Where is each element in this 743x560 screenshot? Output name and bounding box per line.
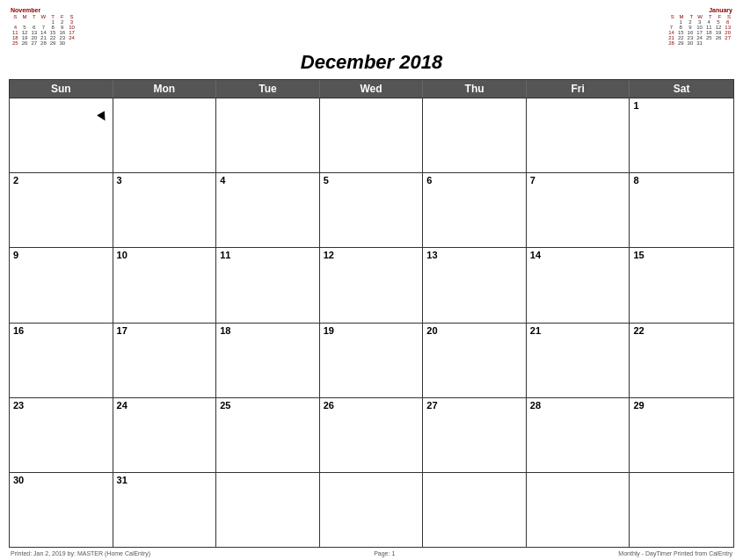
- day-number: 21: [530, 325, 626, 336]
- day-number: 27: [426, 400, 522, 411]
- calendar-cell-w4-d4[interactable]: 27: [423, 398, 527, 472]
- footer-center: Page: 1: [374, 550, 395, 556]
- calendar-grid: Sun Mon Tue Wed Thu Fri Sat 123456789101…: [9, 79, 734, 548]
- calendar-cell-w3-d3[interactable]: 19: [320, 324, 424, 397]
- calendar-cell-w4-d0[interactable]: 23: [10, 398, 113, 472]
- calendar-cell-w0-d2[interactable]: [216, 98, 320, 172]
- day-number: 13: [426, 250, 522, 260]
- mini-calendars: November S M T W T F S 12345678910111213…: [9, 7, 734, 46]
- day-number: 18: [220, 325, 316, 336]
- calendar-cell-w1-d1[interactable]: 3: [113, 173, 217, 247]
- day-number: 14: [530, 250, 626, 260]
- day-number: 31: [117, 475, 213, 485]
- calendar-week-0: 1: [10, 98, 733, 173]
- calendar-cell-w3-d5[interactable]: 21: [527, 324, 630, 397]
- footer: Printed: Jan 2, 2019 by: MASTER (Home Ca…: [9, 548, 734, 556]
- day-number: 16: [13, 325, 109, 336]
- calendar-cell-w0-d6[interactable]: 1: [630, 98, 733, 172]
- header-thu: Thu: [423, 80, 527, 98]
- mini-cal-next-title: January: [653, 7, 732, 13]
- calendar-cell-w2-d3[interactable]: 12: [320, 248, 424, 322]
- header-sat: Sat: [630, 80, 733, 98]
- mini-cal-prev-title: November: [11, 7, 90, 13]
- day-number: 15: [633, 250, 730, 260]
- calendar-cell-w1-d5[interactable]: 7: [527, 173, 630, 247]
- day-number: 26: [324, 400, 419, 411]
- calendar-cell-w3-d2[interactable]: 18: [216, 324, 320, 397]
- calendar-title: December 2018: [9, 51, 734, 74]
- calendar-cell-w2-d2[interactable]: 11: [216, 248, 320, 322]
- day-number: 8: [633, 175, 730, 185]
- day-number: 6: [426, 175, 522, 185]
- calendar-cell-w4-d2[interactable]: 25: [216, 398, 320, 472]
- calendar-cell-w1-d6[interactable]: 8: [630, 173, 733, 247]
- header-fri: Fri: [527, 80, 630, 98]
- day-number: 5: [324, 175, 419, 185]
- day-number: 10: [117, 250, 213, 260]
- calendar-cell-w5-d3[interactable]: [320, 473, 424, 547]
- calendar-page: November S M T W T F S 12345678910111213…: [0, 0, 743, 560]
- calendar-week-3: 16171819202122: [10, 324, 733, 398]
- day-number: 11: [220, 250, 316, 260]
- day-number: 4: [220, 175, 316, 185]
- day-number: 30: [13, 475, 109, 485]
- day-number: 1: [633, 100, 730, 111]
- calendar-cell-w4-d1[interactable]: 24: [113, 398, 217, 472]
- mini-cal-next: January S M T W T F S 123456789101112131…: [653, 7, 732, 46]
- calendar-cell-w3-d4[interactable]: 20: [423, 324, 527, 397]
- calendar-cell-w0-d0[interactable]: [10, 98, 113, 172]
- calendar-header: Sun Mon Tue Wed Thu Fri Sat: [10, 80, 733, 98]
- header-sun: Sun: [10, 80, 113, 98]
- day-number: 20: [426, 325, 522, 336]
- calendar-cell-w2-d0[interactable]: 9: [10, 248, 113, 322]
- footer-left: Printed: Jan 2, 2019 by: MASTER (Home Ca…: [11, 550, 150, 556]
- calendar-cell-w0-d3[interactable]: [320, 98, 424, 172]
- calendar-cell-w1-d4[interactable]: 6: [423, 173, 527, 247]
- calendar-cell-w2-d5[interactable]: 14: [527, 248, 630, 322]
- header-tue: Tue: [216, 80, 320, 98]
- calendar-cell-w5-d6[interactable]: [630, 473, 733, 547]
- calendar-cell-w2-d1[interactable]: 10: [113, 248, 217, 322]
- calendar-week-1: 2345678: [10, 173, 733, 248]
- day-number: 12: [324, 250, 419, 260]
- calendar-cell-w3-d6[interactable]: 22: [630, 324, 733, 397]
- calendar-cell-w5-d2[interactable]: [216, 473, 320, 547]
- calendar-week-2: 9101112131415: [10, 248, 733, 323]
- calendar-cell-w2-d4[interactable]: 13: [423, 248, 527, 322]
- day-number: 24: [117, 400, 213, 411]
- day-number: 9: [13, 250, 109, 260]
- calendar-cell-w5-d5[interactable]: [527, 473, 630, 547]
- day-number: 29: [633, 400, 730, 411]
- calendar-week-4: 23242526272829: [10, 398, 733, 473]
- calendar-cell-w4-d5[interactable]: 28: [527, 398, 630, 472]
- day-number: 19: [324, 325, 419, 336]
- calendar-cell-w1-d0[interactable]: 2: [10, 173, 113, 247]
- calendar-cell-w3-d1[interactable]: 17: [113, 324, 217, 397]
- calendar-cell-w0-d5[interactable]: [527, 98, 630, 172]
- day-number: 2: [13, 175, 109, 185]
- day-number: 28: [530, 400, 626, 411]
- footer-right: Monthly - DayTimer Printed from CalEntry: [618, 550, 732, 556]
- calendar-cell-w5-d1[interactable]: 31: [113, 473, 217, 547]
- header-wed: Wed: [320, 80, 424, 98]
- calendar-cell-w3-d0[interactable]: 16: [10, 324, 113, 397]
- day-number: 25: [220, 400, 316, 411]
- mini-cal-prev: November S M T W T F S 12345678910111213…: [11, 7, 90, 46]
- calendar-cell-w5-d0[interactable]: 30: [10, 473, 113, 547]
- calendar-cell-w5-d4[interactable]: [423, 473, 527, 547]
- calendar-cell-w1-d2[interactable]: 4: [216, 173, 320, 247]
- calendar-week-5: 3031: [10, 473, 733, 547]
- calendar-cell-w0-d1[interactable]: [113, 98, 217, 172]
- day-number: 3: [117, 175, 213, 185]
- calendar-cell-w0-d4[interactable]: [423, 98, 527, 172]
- calendar-weeks: 1234567891011121314151617181920212223242…: [10, 98, 733, 547]
- header-mon: Mon: [113, 80, 217, 98]
- calendar-cell-w4-d3[interactable]: 26: [320, 398, 424, 472]
- day-number: 23: [13, 400, 109, 411]
- day-number: 7: [530, 175, 626, 185]
- day-number: 17: [117, 325, 213, 336]
- calendar-cell-w2-d6[interactable]: 15: [630, 248, 733, 322]
- calendar-cell-w1-d3[interactable]: 5: [320, 173, 424, 247]
- calendar-cell-w4-d6[interactable]: 29: [630, 398, 733, 472]
- day-number: 22: [633, 325, 730, 336]
